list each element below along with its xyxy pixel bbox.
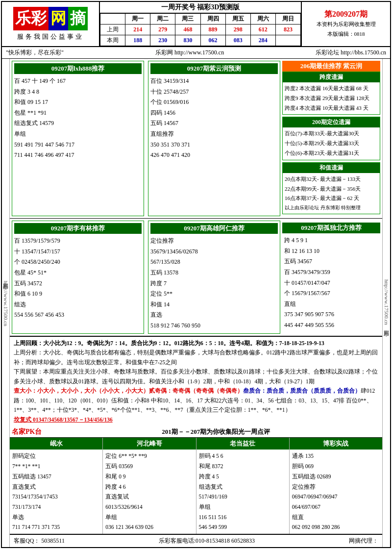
section5-content: 定位推荐 35679/13456/02678 567/135/028 五码 13… <box>150 236 278 331</box>
analysis-compound: 坟复式 01347/34568/13567－134/456/136 <box>14 415 378 425</box>
analysis-line1: 查大小：小大小，大小小，大小（小小大，小大大）贰奇偶：奇奇偶（奇奇偶（奇偶奇）叁… <box>14 386 378 415</box>
last-w3: 468 <box>175 25 200 35</box>
section4-content: 百 13579/1579/579 十 13547/1547/157 个 0245… <box>14 236 142 321</box>
pk-left-title: 名家PK台 <box>12 427 42 436</box>
analysis-this-text: 下周展望：本周应重点关注关注小球、奇数球与质数球。百位多关注小数球、质数球以及0… <box>14 369 378 384</box>
section6-content: 跨 4 5 9 1 和 12 16 13 10 五码 34567 百 34579… <box>282 233 380 332</box>
last-w2: 279 <box>150 25 175 35</box>
block-dingwei: 200期定位遗漏 百位(7)-本期33天-最大遗漏30天 十位(5)-本期29天… <box>282 117 380 160</box>
b0-l2: 五码组选 13457 <box>12 472 100 482</box>
s1-line6: 591 491 791 447 546 717 <box>14 140 142 150</box>
b1-l1: 五码 03569 <box>105 461 193 472</box>
s6-line8: 445 447 449 505 556 <box>284 320 378 331</box>
b3-l5: 064/697/067 <box>292 502 380 512</box>
b1-l2: 和尾 0 9 <box>105 472 193 482</box>
b0-l7: 711 714 771 371 735 <box>12 522 100 532</box>
b2-l6: 116 511 516 <box>199 512 287 523</box>
s2-line1: 十位 25748/257 <box>150 87 278 98</box>
s6-line4: 十 01457/0147/047 <box>284 278 378 289</box>
last-w6: 612 <box>250 25 275 35</box>
section2-content: 百位 34159/314 十位 25748/257 个位 01569/016 四… <box>150 76 278 161</box>
s6-line3: 百 34579/3479/359 <box>284 267 378 278</box>
s5-line6: 和值 14 <box>150 300 278 310</box>
s4-line0: 百 13579/1579/579 <box>14 236 142 247</box>
b3-l6: 组直 <box>292 512 380 523</box>
last-w1: 214 <box>125 25 150 35</box>
s4-line6: 组选 <box>14 300 142 310</box>
b2-l1: 和尾 8372 <box>199 461 287 472</box>
bottom-col-2-content: 胆码 4 5 6 和尾 8372 跨度 4 5 组选复式 517/491/169… <box>196 450 289 534</box>
this-w5: 083 <box>225 35 250 46</box>
b3-l2: 五码组选 02689 <box>292 472 380 482</box>
b1-l0: 定位 6** *5* **9 <box>105 451 193 461</box>
s5-line0: 定位推荐 <box>150 236 278 247</box>
s6-line5: 个 15679/1567/567 <box>284 288 378 299</box>
editor: 本版编辑：0818 <box>327 29 365 39</box>
logo-lc: 乐彩 <box>15 9 47 27</box>
section4-box: 09207期李有林推荐 百 13579/1579/579 十 13547/154… <box>12 221 144 333</box>
s1-line4: 组选复式 14579 <box>14 118 142 129</box>
this-w4: 062 <box>200 35 225 46</box>
section2-box: 09207期紫云润预测 百位 34159/314 十位 25748/257 个位… <box>148 61 280 216</box>
section1-content: 百 457 十 149 个 167 跨度 3 4 8 和值 09 15 17 包… <box>14 76 142 161</box>
b1-l4: 直选复试 <box>105 492 193 502</box>
s4-line3: 包星 45* 51* <box>14 268 142 278</box>
bottom-col-0: 岷水 胆码定位 7** *1* **1 五码组选 13457 直选复式 7315… <box>10 438 103 534</box>
week-2: 周二 <box>150 14 175 25</box>
hz-line2: 16点本期37天- 最大遗漏－62 天 <box>285 194 378 203</box>
last-w4: 889 <box>200 25 225 35</box>
block-kuadu-content: 跨度2 本次遗漏 16天最大遗漏 68 天 跨度9 本次遗漏 29天最大遗漏 1… <box>283 82 380 114</box>
b2-l3: 组选复式 <box>199 482 287 492</box>
s1-line1: 跨度 3 4 8 <box>14 87 142 98</box>
s6-line0: 跨 4 5 9 1 <box>284 235 378 246</box>
s5-line5: 定位 5** <box>150 289 278 300</box>
analysis-last-text: 上周分析：大小比、奇偶比与质合比都有偏态，特别是偶数球严重偏多，大球与合数球也略… <box>14 350 378 365</box>
s2-line0: 百位 34159/314 <box>150 76 278 87</box>
b3-l3: 定位推荐 <box>292 482 380 492</box>
footer-qq: 客服QQ： 50385511 <box>14 537 65 545</box>
kuadu-line2: 跨度4 本次遗漏 10天最大遗漏 43 天 <box>285 103 378 113</box>
s5-line4: 跨度 7 <box>150 278 278 289</box>
week-3: 周三 <box>175 14 200 25</box>
logo-pick: 摘 <box>70 9 86 27</box>
analysis-this: 下周展望：本周应重点关注关注小球、奇数球与质数球。百位多关注小数球、质数球以及0… <box>14 367 378 386</box>
analysis-review-text: 上周回顾：大小比为12：9。奇偶比为7：14。质合比为9：12。012路比为6：… <box>14 340 324 346</box>
b2-l5: 单组 <box>199 502 287 512</box>
bottom-col-3-title: 博彩实战 <box>290 438 382 450</box>
s5-line3: 五码 13578 <box>150 268 278 278</box>
bottom-section: 岷水 胆码定位 7** *1* **1 五码组选 13457 直选复式 7315… <box>10 438 382 534</box>
s4-line4: 五码 34572 <box>14 278 142 289</box>
s5-line8: 518 912 746 760 950 <box>150 321 278 331</box>
this-w2: 230 <box>150 35 175 46</box>
left-sidebar-text: 乐彩网 http://www.17500.cn <box>2 279 9 326</box>
s1-line5: 单组 <box>14 129 142 140</box>
last-w5: 298 <box>225 25 250 35</box>
b0-l1: 7** *1* **1 <box>12 461 100 472</box>
bottom-col-1-title: 河北峰哥 <box>103 438 196 450</box>
footer-phone: 乐彩客服电话:010-81534818 60528833 <box>159 537 255 545</box>
dw-line2: 个位(6)-本期23天-最大遗漏31天 <box>285 149 378 158</box>
bottom-col-0-content: 胆码定位 7** *1* **1 五码组选 13457 直选复式 73154/1… <box>10 450 102 534</box>
hz-line0: 20点本期32天- 最大遗漏－133天 <box>285 175 378 184</box>
header-right: 第2009207期 本资料为乐彩网收集整理 本版编辑：0818 <box>302 2 390 46</box>
week-1: 周一 <box>125 14 150 25</box>
bottom-col-2: 老当益壮 胆码 4 5 6 和尾 8372 跨度 4 5 组选复式 517/49… <box>196 438 290 534</box>
content-area: 09207期lxh888推荐 百 457 十 149 个 167 跨度 3 4 … <box>10 59 382 547</box>
block-dingwei-content: 百位(7)-本期33天-最大遗漏30天 十位(5)-本期29天-最大遗漏33天 … <box>283 127 380 159</box>
logo-net: 网 <box>50 9 66 27</box>
b2-l2: 跨度 4 5 <box>199 472 287 482</box>
header: 乐彩 网 摘 服务我国公益事业 一周开奖号 福彩3D预测版 周一 周二 周三 <box>2 2 390 47</box>
issue-table: 周一 周二 周三 周四 周五 周六 周日 上周 214 279 468 889 … <box>100 13 301 46</box>
b0-l4: 73154/17354/17453 <box>12 492 100 502</box>
page-container: 乐彩 网 摘 服务我国公益事业 一周开奖号 福彩3D预测版 周一 周二 周三 <box>1 1 391 548</box>
s5-line1: 35679/13456/02678 <box>150 247 278 257</box>
s2-line7: 426 470 471 420 <box>150 150 278 161</box>
this-w6: 284 <box>250 35 275 46</box>
pk-title-row: 名家PK台 201期－－207期为你收集阳光一周点评 <box>10 426 382 438</box>
week-5: 周五 <box>225 14 250 25</box>
b0-l5: 731/173/174 <box>12 502 100 512</box>
logo-area: 乐彩 网 摘 服务我国公益事业 <box>2 2 100 46</box>
dw-line1: 十位(5)-本期29天-最大遗漏33天 <box>285 139 378 149</box>
hz-line3: 以上由乐彩论坛 丹东博彩 特别整理 <box>285 203 378 212</box>
bottom-col-0-title: 岷水 <box>10 438 102 450</box>
